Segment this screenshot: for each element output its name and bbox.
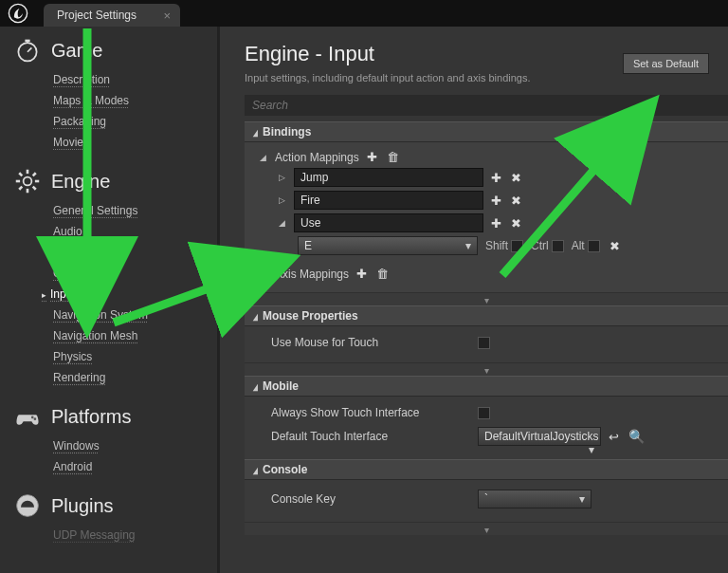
ctrl-checkbox[interactable] xyxy=(552,240,564,252)
section-mouse[interactable]: Mouse Properties xyxy=(245,305,728,326)
action-name-input[interactable] xyxy=(294,168,483,187)
sidebar-item-windows[interactable]: Windows xyxy=(53,438,212,453)
property-row: Always Show Touch Interface xyxy=(260,402,719,423)
property-row: Default Touch Interface DefaultVirtualJo… xyxy=(260,423,719,450)
sidebar-item-collision[interactable]: Collision xyxy=(53,245,212,260)
sidebar-item-maps-modes[interactable]: Maps & Modes xyxy=(53,93,212,108)
reset-icon[interactable]: ↩ xyxy=(607,430,621,444)
section-bindings[interactable]: Bindings xyxy=(245,121,728,142)
expand-icon[interactable]: ▷ xyxy=(279,173,288,182)
sidebar-item-android[interactable]: Android xyxy=(53,459,212,474)
tab-label: Project Settings xyxy=(57,9,136,22)
category-platforms: Platforms Windows Android xyxy=(4,402,212,474)
sidebar: Game Description Maps & Modes Packaging … xyxy=(0,27,220,573)
search-input[interactable] xyxy=(245,95,728,116)
gear-icon xyxy=(13,167,42,195)
svg-line-4 xyxy=(27,47,31,51)
tab-project-settings[interactable]: Project Settings × xyxy=(44,4,180,27)
sidebar-item-audio[interactable]: Audio xyxy=(53,224,212,239)
expander-bar[interactable] xyxy=(245,292,728,305)
trash-icon[interactable]: 🗑 xyxy=(385,150,401,164)
action-name-input[interactable] xyxy=(294,213,483,232)
shift-checkbox[interactable] xyxy=(511,240,523,252)
sidebar-item-navigation-system[interactable]: Navigation System xyxy=(53,307,212,323)
key-select[interactable]: E xyxy=(298,236,478,255)
sidebar-item-console[interactable]: Console xyxy=(53,266,212,281)
unreal-logo-icon xyxy=(8,3,28,24)
add-icon[interactable]: ✚ xyxy=(489,194,503,208)
sidebar-item-udp-messaging[interactable]: UDP Messaging xyxy=(53,527,212,543)
svg-rect-2 xyxy=(25,40,29,43)
remove-icon[interactable]: ✖ xyxy=(509,171,523,185)
stopwatch-icon xyxy=(13,36,42,65)
add-icon[interactable]: ✚ xyxy=(489,216,503,231)
console-key-select[interactable]: ` xyxy=(478,490,592,508)
sidebar-item-rendering[interactable]: Rendering xyxy=(53,370,212,385)
svg-point-5 xyxy=(24,177,32,186)
add-icon[interactable]: ✚ xyxy=(365,150,379,164)
property-row: Console Key ` xyxy=(260,486,719,512)
category-title: Game xyxy=(51,40,102,62)
trash-icon[interactable]: 🗑 xyxy=(374,267,391,281)
set-as-default-button[interactable]: Set as Default xyxy=(623,53,709,74)
property-row: Use Mouse for Touch xyxy=(260,332,719,353)
category-plugins: Plugins UDP Messaging xyxy=(4,491,212,543)
category-game: Game Description Maps & Modes Packaging … xyxy=(4,36,212,150)
svg-line-12 xyxy=(19,187,22,190)
add-icon[interactable]: ✚ xyxy=(355,267,369,281)
sidebar-item-input[interactable]: Input xyxy=(53,286,212,302)
page-subtitle: Input settings, including default input … xyxy=(245,72,613,83)
action-mapping-row: ◢ ✚ ✖ xyxy=(260,212,719,234)
category-title: Engine xyxy=(51,171,110,193)
touch-interface-select[interactable]: DefaultVirtualJoysticks xyxy=(478,427,601,446)
axis-mappings-header[interactable]: ▷ Axis Mappings ✚ 🗑 xyxy=(260,265,719,283)
controller-icon xyxy=(13,402,42,431)
svg-point-14 xyxy=(31,416,34,419)
plug-icon xyxy=(13,491,42,520)
sidebar-item-navigation-mesh[interactable]: Navigation Mesh xyxy=(53,328,212,343)
svg-line-11 xyxy=(33,187,36,190)
action-mapping-row: ▷ ✚ ✖ xyxy=(260,189,719,212)
page-title: Engine - Input xyxy=(245,42,613,66)
remove-icon[interactable]: ✖ xyxy=(509,216,523,231)
action-mapping-row: ▷ ✚ ✖ xyxy=(260,166,719,189)
expand-icon[interactable]: ◢ xyxy=(260,153,269,162)
title-bar: Project Settings × xyxy=(0,0,728,27)
sidebar-item-description[interactable]: Description xyxy=(53,72,212,87)
sidebar-item-physics[interactable]: Physics xyxy=(53,349,212,364)
category-title: Platforms xyxy=(51,406,131,428)
add-icon[interactable]: ✚ xyxy=(489,171,503,185)
svg-point-0 xyxy=(9,4,27,22)
expand-icon[interactable]: ▷ xyxy=(279,195,288,205)
expand-icon[interactable]: ◢ xyxy=(279,218,288,228)
expander-bar[interactable] xyxy=(245,522,728,535)
remove-icon[interactable]: ✖ xyxy=(509,194,523,208)
remove-icon[interactable]: ✖ xyxy=(608,239,622,253)
key-binding-row: E Shift Ctrl Alt ✖ xyxy=(260,234,719,257)
sidebar-item-packaging[interactable]: Packaging xyxy=(53,114,212,129)
svg-point-15 xyxy=(34,417,37,420)
sidebar-item-general-settings[interactable]: General Settings xyxy=(53,203,212,218)
category-title: Plugins xyxy=(51,495,114,517)
main-panel: Engine - Input Input settings, including… xyxy=(220,27,728,573)
section-mobile[interactable]: Mobile xyxy=(245,376,728,397)
sidebar-item-movies[interactable]: Movies xyxy=(53,135,212,150)
action-name-input[interactable] xyxy=(294,191,483,210)
expand-icon[interactable]: ▷ xyxy=(260,269,269,279)
action-mappings-header[interactable]: ◢ Action Mappings ✚ 🗑 xyxy=(260,148,719,166)
close-icon[interactable]: × xyxy=(163,9,171,23)
section-console[interactable]: Console xyxy=(245,459,728,480)
svg-line-10 xyxy=(19,173,22,176)
category-engine: Engine General Settings Audio Collision … xyxy=(4,167,212,385)
always-show-touch-checkbox[interactable] xyxy=(478,407,490,419)
browse-icon[interactable]: 🔍 xyxy=(627,429,646,444)
alt-checkbox[interactable] xyxy=(588,240,600,252)
expander-bar[interactable] xyxy=(245,362,728,376)
svg-line-13 xyxy=(33,173,36,176)
use-mouse-for-touch-checkbox[interactable] xyxy=(478,337,490,349)
